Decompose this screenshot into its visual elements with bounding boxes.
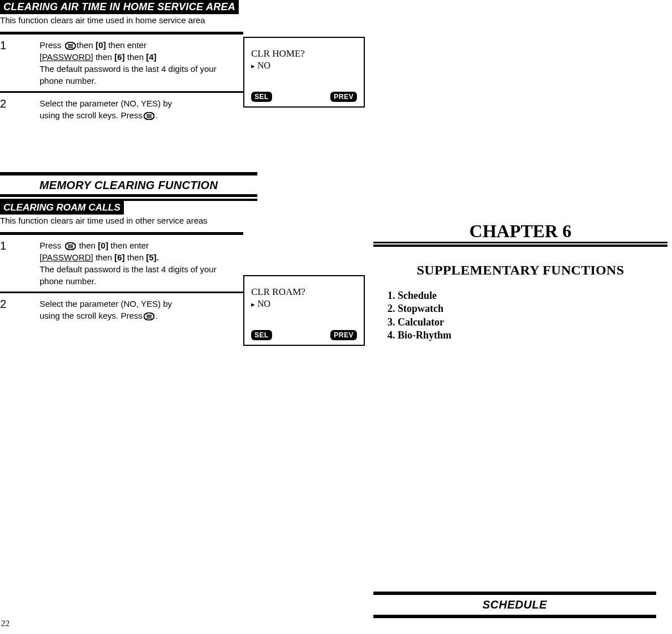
text: then [93, 252, 115, 262]
divider [0, 91, 243, 93]
mid-title-box: MEMORY CLEARING FUNCTION [0, 172, 257, 197]
svg-rect-14 [147, 316, 152, 318]
key-0: [0] [98, 241, 108, 250]
schedule-title: SCHEDULE [483, 598, 547, 611]
step-row: 1 Press then [0] then enter [PASSWORD] t… [0, 39, 243, 87]
sel-button[interactable]: SEL [251, 92, 272, 102]
key-6: [6] [114, 252, 124, 262]
step-row: 2 Select the parameter (NO, YES) by usin… [0, 97, 243, 121]
svg-rect-3 [68, 47, 73, 48]
step-number: 1 [0, 239, 40, 287]
list-item: 4. Bio-Rhythm [387, 329, 667, 342]
sel-button[interactable]: SEL [251, 330, 272, 340]
divider [0, 32, 243, 35]
svg-rect-7 [147, 117, 152, 118]
text: then [125, 252, 147, 262]
text: . [156, 110, 158, 120]
key-0: [0] [96, 40, 106, 50]
step-row: 1 Press then [0] then enter [PASSWORD] t… [0, 239, 243, 287]
key-6: [6] [114, 52, 124, 62]
step-text: Press then [0] then enter [PASSWORD] the… [40, 39, 226, 87]
section-title-home: CLEARING AIR TIME IN HOME SERVICE AREA [0, 0, 239, 14]
menu-icon [144, 312, 154, 320]
svg-rect-11 [68, 247, 73, 249]
prev-button[interactable]: PREV [330, 330, 357, 340]
menu-icon [65, 42, 76, 50]
svg-rect-6 [147, 116, 152, 117]
text: then enter [108, 241, 149, 250]
password-text: [PASSWORD] [40, 52, 93, 62]
mid-section-header: MEMORY CLEARING FUNCTION CLEARING ROAM C… [0, 172, 328, 215]
left-column: CLEARING AIR TIME IN HOME SERVICE AREA T… [0, 0, 328, 324]
svg-rect-1 [68, 44, 73, 45]
svg-rect-5 [147, 114, 152, 115]
screen-buttons: SEL PREV [251, 330, 357, 340]
list-item: 3. Calculator [387, 316, 667, 329]
menu-icon [144, 112, 154, 120]
section-roam-description: This function clears air time used in ot… [0, 216, 328, 225]
svg-rect-13 [147, 315, 152, 316]
password-text: [PASSWORD] [40, 252, 93, 262]
svg-rect-10 [68, 246, 73, 247]
screen-option: ▸NO [251, 61, 357, 71]
subsection-title-roam: CLEARING ROAM CALLS [0, 201, 124, 215]
screen-option: ▸NO [251, 299, 357, 309]
key-5: [5]. [146, 252, 159, 262]
page-number: 22 [1, 619, 10, 628]
step-text: Select the parameter (NO, YES) by using … [40, 298, 226, 322]
text: then [93, 52, 115, 62]
right-column: CHAPTER 6 SUPPLEMENTARY FUNCTIONS 1. Sch… [373, 0, 667, 342]
key-4: [4] [146, 52, 156, 62]
divider [0, 292, 243, 293]
steps-block-home: 1 Press then [0] then enter [PASSWORD] t… [0, 39, 243, 121]
step-number: 2 [0, 298, 40, 322]
step-text: Select the parameter (NO, YES) by using … [40, 97, 226, 121]
text: then [77, 241, 98, 250]
step-text: Press then [0] then enter [PASSWORD] the… [40, 239, 226, 287]
prev-button[interactable]: PREV [330, 92, 357, 102]
svg-rect-9 [68, 245, 73, 246]
pointer-icon: ▸ [251, 300, 255, 309]
text: using the scroll keys. Press [40, 110, 143, 120]
svg-rect-2 [68, 46, 73, 47]
section-home-description: This function clears air time used in ho… [0, 15, 328, 25]
step-number: 1 [0, 39, 40, 87]
screen-buttons: SEL PREV [251, 92, 357, 102]
default-password-note: The default password is the last 4 digit… [40, 264, 217, 286]
text: Select the parameter (NO, YES) by [40, 299, 172, 309]
screen-title: CLR ROAM? [251, 286, 357, 298]
chapter-underline [373, 245, 667, 247]
list-item: 2. Stopwatch [387, 302, 667, 315]
pointer-icon: ▸ [251, 62, 255, 71]
text: . [156, 311, 158, 320]
memory-clearing-title: MEMORY CLEARING FUNCTION [40, 179, 218, 191]
option-text: NO [257, 61, 270, 70]
text: using the scroll keys. Press [40, 311, 143, 320]
text: then enter [106, 40, 147, 50]
press-label: Press [40, 40, 64, 50]
phone-screen-roam: CLR ROAM? ▸NO SEL PREV [243, 275, 365, 346]
schedule-header-box: SCHEDULE [373, 592, 656, 618]
svg-rect-15 [147, 318, 152, 319]
list-item: 1. Schedule [387, 289, 667, 302]
text: then [77, 40, 96, 50]
text: then [125, 52, 147, 62]
supplementary-title: SUPPLEMENTARY FUNCTIONS [373, 263, 667, 278]
phone-screen-home: CLR HOME? ▸NO SEL PREV [243, 37, 365, 108]
step-row: 2 Select the parameter (NO, YES) by usin… [0, 298, 243, 322]
menu-icon [65, 242, 76, 250]
press-label: Press [40, 241, 64, 250]
steps-block-roam: 1 Press then [0] then enter [PASSWORD] t… [0, 239, 243, 322]
text: Select the parameter (NO, YES) by [40, 98, 172, 108]
default-password-note: The default password is the last 4 digit… [40, 64, 217, 85]
divider [0, 232, 243, 235]
chapter-title: CHAPTER 6 [373, 221, 667, 243]
supplementary-list: 1. Schedule 2. Stopwatch 3. Calculator 4… [387, 289, 667, 342]
option-text: NO [257, 299, 270, 309]
step-number: 2 [0, 97, 40, 121]
screen-title: CLR HOME? [251, 48, 357, 59]
